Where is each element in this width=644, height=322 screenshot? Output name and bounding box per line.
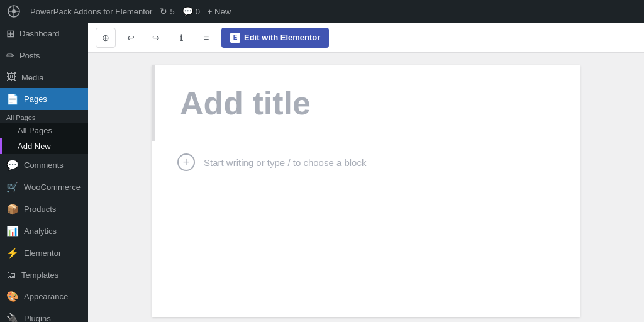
sidebar-item-appearance[interactable]: 🎨 Appearance xyxy=(0,286,88,308)
sidebar-subitem-all-pages[interactable]: All Pages xyxy=(0,123,88,138)
sidebar-item-label: Pages xyxy=(24,94,47,104)
add-block-button[interactable]: ⊕ xyxy=(96,28,116,48)
editor-page: Add title + Start writing or type / to c… xyxy=(152,65,580,317)
editor-body-placeholder: Start writing or type / to choose a bloc… xyxy=(204,157,366,168)
redo-button[interactable]: ↪ xyxy=(146,28,166,48)
wordpress-logo-icon[interactable] xyxy=(5,3,23,20)
sidebar: ⊞ Dashboard ✏ Posts 🖼 Media 📄 Pages All … xyxy=(0,23,88,322)
sidebar-item-label: Templates xyxy=(21,270,58,280)
sidebar-item-label: Elementor xyxy=(24,248,61,258)
analytics-icon: 📊 xyxy=(6,225,19,237)
site-name[interactable]: PowerPack Addons for Elementor xyxy=(30,7,152,16)
edit-elementor-button[interactable]: E Edit with Elementor xyxy=(221,28,329,48)
more-button[interactable]: ≡ xyxy=(196,28,216,48)
sidebar-item-label: Appearance xyxy=(24,292,68,301)
woocommerce-icon: 🛒 xyxy=(6,181,19,193)
pages-submenu-label: All Pages xyxy=(0,110,88,123)
sidebar-item-elementor[interactable]: ⚡ Elementor xyxy=(0,242,88,264)
sidebar-item-dashboard[interactable]: ⊞ Dashboard xyxy=(0,23,88,45)
sidebar-item-templates[interactable]: 🗂 Templates xyxy=(0,264,88,286)
toolbar: ⊕ ↩ ↪ ℹ ≡ E Edit with Elementor xyxy=(88,23,644,53)
plugins-icon: 🔌 xyxy=(6,313,19,322)
admin-bar: PowerPack Addons for Elementor ↻ 5 💬 0 +… xyxy=(0,0,644,23)
sidebar-item-label: WooCommerce xyxy=(24,182,80,192)
sidebar-item-woocommerce[interactable]: 🛒 WooCommerce xyxy=(0,176,88,198)
elementor-icon: ⚡ xyxy=(6,247,19,259)
main-layout: ⊞ Dashboard ✏ Posts 🖼 Media 📄 Pages All … xyxy=(0,23,644,322)
sidebar-item-label: Dashboard xyxy=(19,29,60,38)
sidebar-item-plugins[interactable]: 🔌 Plugins xyxy=(0,308,88,322)
undo-button[interactable]: ↩ xyxy=(121,28,141,48)
edit-elementor-label: Edit with Elementor xyxy=(244,33,320,42)
posts-icon: ✏ xyxy=(6,50,14,62)
sidebar-item-label: Comments xyxy=(24,160,64,170)
media-icon: 🖼 xyxy=(6,72,16,83)
comments-icon: 💬 xyxy=(6,159,19,171)
sidebar-item-comments[interactable]: 💬 Comments xyxy=(0,154,88,176)
editor-body-area[interactable]: + Start writing or type / to choose a bl… xyxy=(152,141,580,184)
products-icon: 📦 xyxy=(6,203,19,215)
sidebar-item-label: Analytics xyxy=(24,226,57,236)
sidebar-item-pages[interactable]: 📄 Pages xyxy=(0,88,88,110)
sidebar-item-label: Products xyxy=(24,204,56,214)
sidebar-subitem-add-new[interactable]: Add New xyxy=(0,138,88,154)
sidebar-item-media[interactable]: 🖼 Media xyxy=(0,67,88,88)
sidebar-item-analytics[interactable]: 📊 Analytics xyxy=(0,220,88,242)
comments-count[interactable]: 💬 0 xyxy=(182,6,200,16)
dashboard-icon: ⊞ xyxy=(6,28,14,40)
editor-title-placeholder[interactable]: Add title xyxy=(180,84,555,122)
elementor-logo-icon: E xyxy=(230,33,240,43)
info-button[interactable]: ℹ xyxy=(171,28,191,48)
sidebar-item-posts[interactable]: ✏ Posts xyxy=(0,45,88,67)
sidebar-item-products[interactable]: 📦 Products xyxy=(0,198,88,220)
add-block-inline-icon[interactable]: + xyxy=(177,153,195,171)
content-area: ⊕ ↩ ↪ ℹ ≡ E Edit with Elementor Add titl… xyxy=(88,23,644,322)
templates-icon: 🗂 xyxy=(6,269,16,280)
sidebar-item-label: Media xyxy=(21,73,43,82)
updates-count[interactable]: ↻ 5 xyxy=(160,6,174,16)
pages-icon: 📄 xyxy=(6,93,19,105)
appearance-icon: 🎨 xyxy=(6,291,19,303)
editor-area: Add title + Start writing or type / to c… xyxy=(88,53,644,322)
new-menu[interactable]: + New xyxy=(208,7,231,16)
sidebar-item-label: Posts xyxy=(19,51,40,60)
editor-title-area[interactable]: Add title xyxy=(152,65,580,141)
sidebar-item-label: Plugins xyxy=(24,314,51,322)
